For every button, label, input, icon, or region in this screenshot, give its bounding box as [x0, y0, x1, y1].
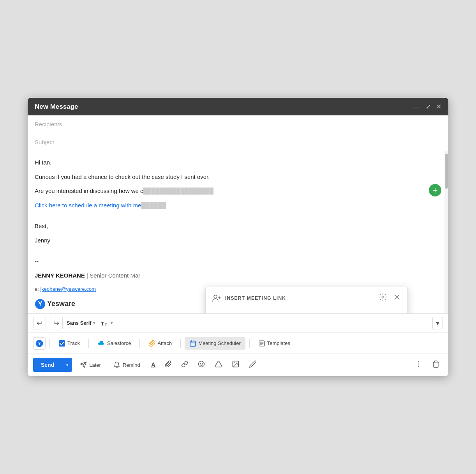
- sig-email[interactable]: jkeohane@yesware.com: [40, 286, 96, 292]
- recipients-input[interactable]: [35, 121, 441, 127]
- bell-icon: [113, 361, 120, 368]
- track-button[interactable]: Track: [54, 337, 85, 350]
- body-separator: --: [35, 257, 441, 266]
- meeting-scheduler-button[interactable]: Meeting Scheduler: [185, 337, 245, 350]
- salesforce-label: Salesforce: [107, 340, 131, 346]
- scrollbar-thumb: [445, 154, 448, 189]
- svg-point-17: [418, 364, 420, 365]
- text-format-icon: A: [151, 362, 156, 368]
- scrollbar[interactable]: [444, 151, 448, 313]
- font-arrow: ▾: [93, 321, 95, 325]
- drive-button[interactable]: [212, 358, 226, 372]
- remind-button[interactable]: Remind: [109, 358, 145, 371]
- svg-text:T: T: [105, 323, 107, 327]
- send-button-group: Send ▾: [33, 358, 72, 372]
- redo-button[interactable]: ↪: [50, 317, 63, 329]
- more-options-button[interactable]: [412, 358, 426, 372]
- send-button[interactable]: Send: [33, 358, 62, 372]
- divider-2: [88, 339, 89, 348]
- svg-point-3: [382, 296, 384, 299]
- attach-label: Attach: [157, 340, 172, 346]
- dropdown-title: INSERT MEETING LINK: [225, 295, 286, 301]
- svg-rect-9: [190, 341, 196, 347]
- more-options-button[interactable]: ▾: [432, 317, 443, 329]
- yesware-action-button[interactable]: Y: [33, 337, 46, 350]
- svg-text:T: T: [101, 321, 104, 326]
- maximize-button[interactable]: ⤢: [426, 103, 431, 110]
- attach-file-button[interactable]: [162, 358, 175, 372]
- later-button[interactable]: Later: [75, 358, 106, 371]
- image-icon: [232, 360, 240, 368]
- send-dropdown-button[interactable]: ▾: [62, 358, 72, 372]
- font-selector[interactable]: Sans Serif ▾: [67, 320, 95, 326]
- svg-text:Y: Y: [38, 301, 42, 307]
- body-greeting: Hi Ian,: [35, 158, 441, 167]
- divider-4: [180, 339, 181, 348]
- later-label: Later: [89, 362, 101, 368]
- emoji-button[interactable]: [194, 358, 208, 372]
- divider-5: [249, 339, 250, 348]
- meeting-label: Meeting Scheduler: [198, 340, 240, 346]
- edit-button[interactable]: [246, 358, 260, 372]
- close-button[interactable]: ✕: [436, 103, 441, 110]
- insert-link-button[interactable]: [178, 358, 191, 372]
- dropdown-settings-button[interactable]: [379, 293, 387, 303]
- trash-icon: [432, 360, 440, 368]
- meeting-link[interactable]: Click here to schedule a meeting with me: [35, 202, 141, 209]
- svg-point-12: [200, 363, 201, 364]
- recipients-field: [28, 115, 448, 133]
- svg-point-18: [418, 366, 420, 367]
- vertical-dots-icon: [415, 360, 423, 368]
- templates-button[interactable]: Templates: [254, 337, 295, 350]
- person-add-icon: [212, 294, 221, 303]
- green-circle-button[interactable]: [429, 184, 441, 196]
- compose-body: Hi Ian, Curious if you had a chance to c…: [28, 151, 448, 313]
- yesware-logo-icon: Y: [35, 299, 46, 310]
- track-label: Track: [67, 340, 80, 346]
- yesware-action-icon: Y: [35, 340, 43, 347]
- body-signoff: Best,: [35, 222, 441, 231]
- action-toolbar: Y Track Salesforce Attach: [28, 333, 448, 354]
- window-controls: — ⤢ ✕: [413, 103, 441, 111]
- compose-window: New Message — ⤢ ✕ Hi Ian, Curious if you…: [28, 98, 448, 376]
- pen-icon: [249, 360, 257, 368]
- yesware-text: Yesware: [47, 300, 75, 308]
- close-icon: [393, 293, 401, 301]
- sig-name: JENNY KEOHANE: [35, 272, 85, 279]
- sig-title: | Senior Content Mar: [86, 272, 140, 279]
- send-toolbar: Send ▾ Later Remind A: [28, 354, 448, 376]
- size-selector[interactable]: T T ▾: [100, 319, 113, 327]
- insert-image-button[interactable]: [229, 358, 243, 372]
- undo-button[interactable]: ↩: [33, 317, 46, 329]
- window-title: New Message: [35, 103, 78, 111]
- svg-point-16: [418, 361, 420, 363]
- attach-button[interactable]: Attach: [144, 337, 176, 350]
- emoji-icon: [197, 360, 205, 368]
- templates-label: Templates: [267, 340, 290, 346]
- signature-line: JENNY KEOHANE | Senior Content Mar: [35, 271, 441, 280]
- salesforce-button[interactable]: Salesforce: [93, 337, 136, 350]
- text-size-icon: T T: [100, 319, 109, 327]
- paperclip-icon: [165, 361, 172, 368]
- format-toolbar: ↩ ↪ Sans Serif ▾ T T ▾ ▾: [28, 313, 448, 333]
- divider-1: [49, 339, 50, 348]
- drive-icon: [215, 360, 222, 368]
- attach-icon: [148, 340, 155, 347]
- svg-point-2: [214, 295, 217, 298]
- body-line1: Curious if you had a chance to check out…: [35, 173, 441, 182]
- subject-field: [28, 133, 448, 151]
- meeting-item-0[interactable]: My Calendar Link /me/jenny-keohane-calen…: [206, 309, 407, 313]
- svg-point-11: [199, 361, 205, 367]
- subject-input[interactable]: [35, 139, 441, 145]
- dropdown-close-button[interactable]: [393, 293, 401, 303]
- title-bar: New Message — ⤢ ✕: [28, 98, 448, 115]
- minimize-button[interactable]: —: [413, 103, 420, 111]
- link-icon: [181, 361, 188, 368]
- gear-icon: [379, 293, 387, 301]
- delete-button[interactable]: [429, 358, 443, 372]
- svg-point-15: [234, 363, 235, 364]
- text-format-button[interactable]: A: [148, 359, 159, 371]
- calendar-icon: [189, 340, 196, 347]
- send-later-icon: [80, 361, 87, 368]
- templates-icon: [258, 340, 265, 347]
